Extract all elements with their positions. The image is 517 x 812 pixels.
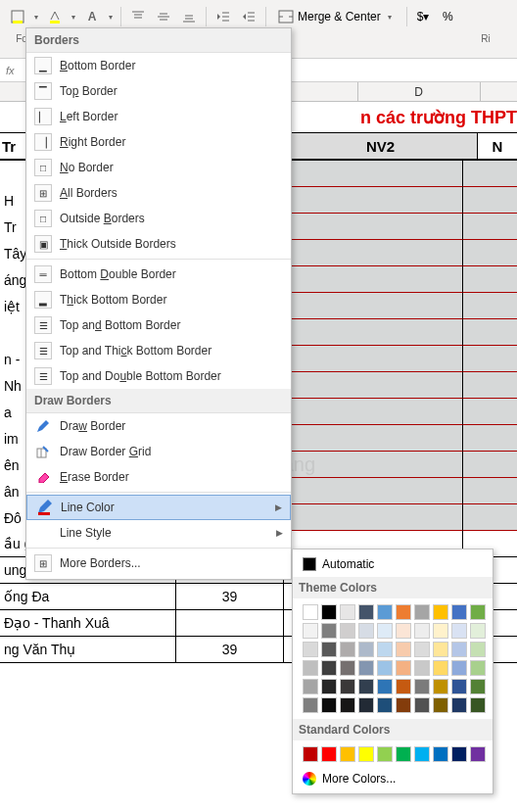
color-swatch[interactable] [340,660,355,676]
color-swatch[interactable] [321,623,337,639]
cell[interactable] [284,372,463,399]
no-item[interactable]: □No Border [26,155,291,180]
color-swatch[interactable] [377,604,393,620]
color-swatch[interactable] [321,642,337,657]
cell[interactable] [463,266,517,293]
cell[interactable] [284,187,463,214]
cell[interactable] [284,161,463,187]
color-swatch[interactable] [396,623,411,639]
color-swatch[interactable] [433,604,448,620]
color-swatch[interactable] [451,604,467,620]
color-swatch[interactable] [433,642,448,657]
align-top-button[interactable] [126,6,150,27]
cell[interactable] [463,425,517,452]
cell[interactable] [463,346,517,372]
cell[interactable]: Đạo - Thanh Xuâ [0,610,176,636]
draw_grid-item[interactable]: Draw Border Grid [26,439,291,464]
column-header-d[interactable]: D [358,82,481,101]
bottom-item[interactable]: ▁Bottom Border [26,53,291,78]
color-swatch[interactable] [303,660,318,676]
more-borders-item[interactable]: ⊞ More Borders... [26,550,291,576]
cell[interactable] [284,399,463,425]
color-swatch[interactable] [414,660,430,676]
thick_outside-item[interactable]: ▣Thick Outside Borders [26,231,291,257]
color-swatch[interactable] [340,746,355,762]
color-swatch[interactable] [377,746,393,762]
color-swatch[interactable] [396,642,411,657]
color-swatch[interactable] [358,746,374,762]
cell[interactable] [463,452,517,478]
increase-indent-button[interactable] [237,6,260,27]
line-color-item[interactable]: Line Color ▶ [26,495,291,520]
cell[interactable]: ống Đa [0,584,176,609]
cell[interactable] [463,187,517,214]
fill-color-dropdown[interactable]: ▾ [31,13,41,22]
color-swatch[interactable] [340,604,355,620]
cell[interactable] [284,266,463,293]
automatic-color-item[interactable]: Automatic [297,553,489,575]
font-color-dropdown[interactable]: ▾ [106,13,116,22]
color-swatch[interactable] [433,623,448,639]
cell[interactable] [284,319,463,346]
cell[interactable] [284,452,463,478]
color-swatch[interactable] [470,623,486,639]
color-swatch[interactable] [470,746,486,762]
color-swatch[interactable] [377,679,393,694]
color-swatch[interactable] [414,746,430,762]
merge-dropdown[interactable]: ▾ [385,13,395,22]
color-swatch[interactable] [433,697,448,713]
color-swatch[interactable] [433,746,448,762]
color-swatch[interactable] [340,679,355,694]
color-swatch[interactable] [340,623,355,639]
color-swatch[interactable] [358,604,374,620]
color-swatch[interactable] [303,623,318,639]
top-item[interactable]: ▔Top Border [26,78,291,104]
left-item[interactable]: ▏Left Border [26,104,291,129]
all-item[interactable]: ⊞All Borders [26,180,291,206]
align-middle-button[interactable] [152,6,175,27]
color-swatch[interactable] [358,679,374,694]
color-swatch[interactable] [451,679,467,694]
cell[interactable] [463,478,517,504]
align-bottom-button[interactable] [177,6,201,27]
top_thick_bottom-item[interactable]: ☰Top and Thick Bottom Border [26,338,291,363]
font-fill-dropdown[interactable]: ▾ [69,13,78,22]
color-swatch[interactable] [396,604,411,620]
top_double_bottom-item[interactable]: ☰Top and Double Bottom Border [26,363,291,389]
color-swatch[interactable] [321,697,337,713]
color-swatch[interactable] [303,604,318,620]
color-swatch[interactable] [303,746,318,762]
color-swatch[interactable] [470,697,486,713]
color-swatch[interactable] [396,679,411,694]
color-swatch[interactable] [414,623,430,639]
fill-color-button[interactable] [6,6,29,27]
color-swatch[interactable] [377,660,393,676]
decrease-indent-button[interactable] [212,6,235,27]
color-swatch[interactable] [433,679,448,694]
thick_bottom-item[interactable]: ▂Thick Bottom Border [26,287,291,312]
cell[interactable] [284,478,463,504]
font-fill-button[interactable] [43,6,67,27]
color-swatch[interactable] [396,746,411,762]
percent-button[interactable]: % [436,6,459,27]
cell[interactable] [284,240,463,266]
cell[interactable]: 39 [176,637,284,662]
color-swatch[interactable] [451,623,467,639]
cell[interactable] [463,504,517,531]
color-swatch[interactable] [377,642,393,657]
font-color-button[interactable]: A [80,6,104,27]
color-swatch[interactable] [303,697,318,713]
color-swatch[interactable] [451,660,467,676]
color-swatch[interactable] [414,697,430,713]
color-swatch[interactable] [321,746,337,762]
cell[interactable] [284,214,463,240]
color-swatch[interactable] [303,679,318,694]
cell[interactable] [284,425,463,452]
color-swatch[interactable] [414,642,430,657]
color-swatch[interactable] [358,642,374,657]
color-swatch[interactable] [433,660,448,676]
more-colors-item[interactable]: More Colors... [297,768,489,789]
erase-item[interactable]: Erase Border [26,464,291,490]
color-swatch[interactable] [470,642,486,657]
color-swatch[interactable] [451,697,467,713]
